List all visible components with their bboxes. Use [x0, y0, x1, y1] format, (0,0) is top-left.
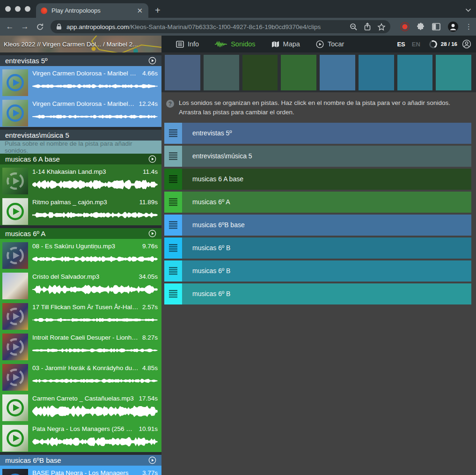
side-panel-icon[interactable]	[432, 23, 440, 30]
clip[interactable]: BASE Pata Negra - Los Managers3.77s	[2, 468, 159, 475]
clip-thumbnail[interactable]	[2, 242, 28, 269]
play-overlay-icon[interactable]	[2, 303, 28, 330]
track-drag-handle[interactable]	[164, 123, 182, 144]
track-drag-handle[interactable]	[164, 238, 182, 259]
forward-button[interactable]: →	[18, 20, 32, 34]
tab-mapa[interactable]: Mapa	[264, 36, 308, 52]
section-play-icon[interactable]	[148, 230, 156, 238]
clip-thumbnail[interactable]	[2, 425, 28, 452]
track-row[interactable]: musicas 6º B	[164, 238, 471, 259]
zoom-window-button[interactable]	[25, 6, 30, 12]
play-overlay-icon[interactable]	[2, 168, 28, 194]
extensions-puzzle-icon[interactable]	[417, 22, 425, 31]
track-drag-handle[interactable]	[164, 260, 182, 282]
clip[interactable]: 08 - Es Sakūru Uguntiņu.mp39.76s	[2, 242, 159, 269]
play-overlay-icon[interactable]	[2, 425, 28, 452]
tab-search-chevron-icon[interactable]	[465, 6, 471, 14]
play-overlay-icon[interactable]	[2, 242, 28, 269]
clip[interactable]: Pata Negra - Los Managers (256 kbps).mp3…	[2, 424, 159, 452]
clip-thumbnail[interactable]	[2, 273, 28, 299]
tab-info[interactable]: Info	[168, 36, 207, 52]
clip-thumbnail[interactable]	[2, 168, 28, 194]
clip[interactable]: Cristo del Salvador.mp334.05s	[2, 272, 159, 300]
track-section-header[interactable]: entrevistas\música 5	[0, 130, 161, 141]
track-row-body[interactable]: musicas 6ºB base	[182, 215, 471, 236]
play-overlay-icon[interactable]	[2, 69, 28, 96]
lang-es[interactable]: ES	[394, 41, 408, 48]
close-window-button[interactable]	[5, 6, 11, 12]
share-icon[interactable]	[364, 22, 371, 31]
clip-thumbnail[interactable]	[2, 100, 28, 126]
tab-sonidos[interactable]: Sonidos	[207, 36, 263, 52]
play-overlay-icon[interactable]	[2, 334, 28, 360]
play-overlay-icon[interactable]	[2, 364, 28, 391]
track-section-title[interactable]: musicas 6ºB base	[5, 456, 148, 464]
play-overlay-icon[interactable]	[2, 198, 28, 225]
play-overlay-icon[interactable]	[2, 100, 28, 126]
track-row[interactable]: entrevistas\música 5	[164, 146, 471, 167]
track-row[interactable]: musicas 6 A base	[164, 169, 471, 190]
track-row[interactable]: musicas 6º A	[164, 192, 471, 213]
reload-button[interactable]	[33, 20, 47, 34]
track-row-body[interactable]: entrevistas 5º	[182, 123, 471, 144]
clip-thumbnail[interactable]	[2, 394, 28, 421]
minimize-window-button[interactable]	[15, 6, 21, 12]
back-button[interactable]: ←	[3, 20, 17, 34]
clip-thumbnail[interactable]	[2, 198, 28, 225]
section-play-icon[interactable]	[148, 155, 156, 163]
track-row[interactable]: musicas 6ºB base	[164, 215, 471, 236]
clip-thumbnail[interactable]	[2, 69, 28, 96]
track-section-header[interactable]: musicas 6º A	[0, 228, 161, 239]
track-section-header[interactable]: musicas 6 A base	[0, 154, 161, 164]
track-section-title[interactable]: musicas 6 A base	[5, 155, 148, 163]
play-overlay-icon[interactable]	[2, 394, 28, 421]
tab-close-icon[interactable]: ✕	[136, 7, 144, 15]
clip[interactable]: 03 - Jaromír Horák & Konrádyho dudácká .…	[2, 364, 159, 391]
clip-thumbnail[interactable]	[2, 303, 28, 330]
clip-thumbnail[interactable]	[2, 334, 28, 360]
browser-menu-kebab-icon[interactable]: ⋮	[465, 22, 472, 31]
clip[interactable]: 17 Till Flickan Som Är Tusen År-Halling …	[2, 303, 159, 330]
track-row-body[interactable]: musicas 6º B	[182, 283, 471, 304]
clip-thumbnail[interactable]	[2, 364, 28, 391]
clip[interactable]: Introit Rorate Caeli Desuper - Lionheart…	[2, 333, 159, 361]
track-row[interactable]: musicas 6º B	[164, 260, 471, 282]
clip[interactable]: 1-14 Khakasian Land.mp311.4s	[2, 167, 159, 195]
track-drag-handle[interactable]	[164, 146, 182, 167]
track-section-title[interactable]: musicas 6º A	[5, 230, 148, 238]
account-icon[interactable]	[462, 39, 471, 49]
track-section-title[interactable]: entrevistas 5º	[5, 57, 148, 65]
track-drag-handle[interactable]	[164, 169, 182, 190]
bookmark-star-icon[interactable]	[377, 23, 386, 31]
browser-tab[interactable]: Play Antropoloops ✕	[36, 3, 148, 18]
profile-avatar[interactable]	[447, 21, 459, 32]
map-preview[interactable]: Kleos 2022 // Virgen Carmen Dol... / Mar…	[0, 36, 161, 52]
track-section-header[interactable]: musicas 6ºB base	[0, 455, 161, 466]
lang-en[interactable]: EN	[409, 41, 424, 48]
track-drag-handle[interactable]	[164, 283, 182, 304]
track-row-body[interactable]: entrevistas\música 5	[182, 146, 471, 167]
track-section-header[interactable]: entrevistas 5º	[0, 55, 161, 66]
track-row-body[interactable]: musicas 6º B	[182, 238, 471, 259]
track-row-body[interactable]: musicas 6 A base	[182, 169, 471, 190]
clip[interactable]: Virgen Carmen Dolorosa - Maribel 2.mp34.…	[2, 69, 159, 96]
zoom-page-icon[interactable]	[350, 23, 358, 31]
section-play-icon[interactable]	[148, 57, 156, 65]
section-play-icon[interactable]	[148, 456, 156, 464]
track-section-title[interactable]: entrevistas\música 5	[5, 131, 156, 139]
address-bar[interactable]: app.antropoloops.com/Kleos-Santa-Marina/…	[51, 20, 390, 33]
clip[interactable]: Virgen Carmen Dolorosa - Maribel 2.mp312…	[2, 99, 159, 127]
track-row[interactable]: entrevistas 5º	[164, 123, 471, 144]
track-drag-handle[interactable]	[164, 215, 182, 236]
record-extension-icon[interactable]	[400, 22, 410, 31]
track-row-body[interactable]: musicas 6º A	[182, 192, 471, 213]
clip-thumbnail[interactable]	[2, 469, 28, 475]
clip[interactable]: Ritmo palmas _ cajón.mp311.89s	[2, 198, 159, 225]
track-drag-handle[interactable]	[164, 192, 182, 213]
new-tab-button[interactable]: +	[148, 6, 167, 18]
clip[interactable]: Carmen Carreto _ Castañuelas.mp317.54s	[2, 394, 159, 422]
play-overlay-icon[interactable]	[2, 469, 28, 475]
tab-tocar[interactable]: Tocar	[308, 36, 352, 52]
track-row[interactable]: musicas 6º B	[164, 283, 471, 304]
track-row-body[interactable]: musicas 6º B	[182, 260, 471, 282]
